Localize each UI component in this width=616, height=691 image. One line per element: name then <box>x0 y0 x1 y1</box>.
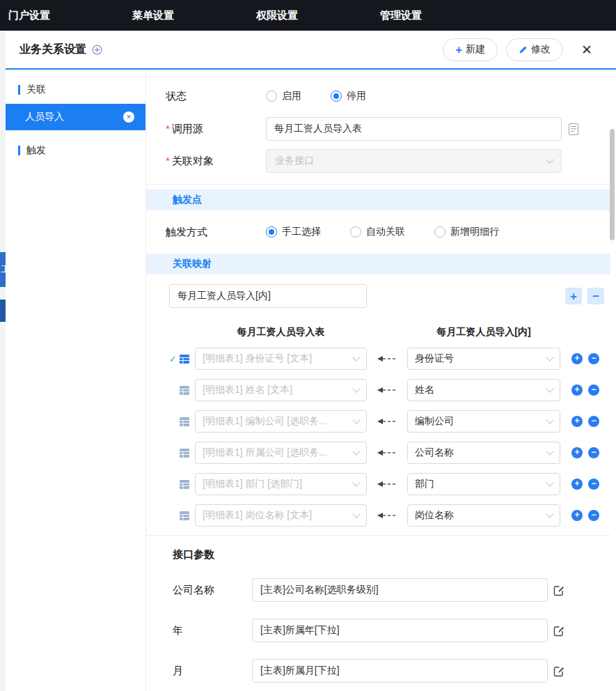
edit-icon[interactable] <box>553 625 565 637</box>
remove-row-button[interactable]: − <box>588 510 599 521</box>
mapping-section-header: 关联映射 <box>146 254 610 274</box>
chevron-down-icon <box>546 155 553 163</box>
add-row-button[interactable]: + <box>571 416 583 427</box>
param-label: 月 <box>146 665 252 678</box>
target-field-select[interactable]: 编制公司 <box>407 410 560 433</box>
related-object-label: *关联对象 <box>146 155 266 168</box>
link-circle-icon[interactable] <box>92 45 102 55</box>
radio-circle-icon <box>350 226 361 238</box>
new-button-label: 新建 <box>466 43 485 56</box>
chevron-down-icon <box>546 479 553 486</box>
radio-label: 自动关联 <box>366 226 405 238</box>
pencil-icon <box>519 45 528 54</box>
add-row-button[interactable]: + <box>571 447 583 458</box>
radio-enable[interactable]: 启用 <box>266 90 301 102</box>
source-column-header: 每月工资人员导入表 <box>195 326 367 339</box>
source-field-select[interactable]: [明细表1] 部门 [选部门] <box>195 473 367 495</box>
tab-menu-settings[interactable]: 菜单设置 <box>124 9 248 22</box>
call-source-input[interactable] <box>266 117 562 141</box>
sidebar-item-trigger[interactable]: 触发 <box>6 140 145 161</box>
remove-row-button[interactable]: − <box>588 447 599 458</box>
document-icon[interactable] <box>569 123 578 135</box>
chevron-down-icon <box>352 510 360 518</box>
radio-label: 启用 <box>282 90 301 102</box>
chevron-down-icon <box>352 447 360 455</box>
source-field-select[interactable]: [明细表1] 身份证号 [文本] <box>195 348 367 370</box>
sidebar-item-personnel-import[interactable]: 人员导入 ✕ <box>6 104 145 130</box>
chevron-down-icon <box>546 510 553 518</box>
panel-header: 业务关系设置 + 新建 修改 ✕ <box>6 31 616 70</box>
radio-circle-icon <box>434 226 445 238</box>
param-label: 年 <box>146 624 252 637</box>
modify-button[interactable]: 修改 <box>506 38 563 61</box>
source-field-select[interactable]: [明细表1] 岗位名称 [文本] <box>195 504 367 527</box>
table-grid-icon <box>180 511 189 520</box>
chevron-down-icon <box>352 416 360 424</box>
target-field-select[interactable]: 部门 <box>407 473 560 495</box>
params-section-header: 接口参数 <box>146 548 616 561</box>
arrow-left-icon <box>367 418 407 425</box>
radio-auto-relate[interactable]: 自动关联 <box>350 226 405 238</box>
source-field-select[interactable]: [明细表1] 所属公司 [选职务... <box>195 442 367 464</box>
source-field-select[interactable]: [明细表1] 姓名 [文本] <box>195 379 367 401</box>
table-grid-icon <box>180 386 189 395</box>
sidebar-item-relation[interactable]: 关联 <box>6 79 145 100</box>
edit-icon[interactable] <box>553 584 565 596</box>
chevron-down-icon <box>352 353 360 361</box>
mapping-name-input[interactable] <box>169 284 367 308</box>
remove-row-button[interactable]: − <box>588 416 599 427</box>
radio-circle-icon <box>266 226 277 238</box>
target-field-select[interactable]: 公司名称 <box>407 442 560 464</box>
chevron-down-icon <box>546 416 553 424</box>
required-asterisk: * <box>166 123 170 134</box>
remove-row-button[interactable]: − <box>588 353 599 364</box>
related-object-select[interactable]: 业务接口 <box>266 149 562 173</box>
remove-row-button[interactable]: − <box>588 479 599 490</box>
close-icon[interactable]: ✕ <box>581 42 592 58</box>
radio-disable[interactable]: 停用 <box>331 90 366 102</box>
param-row: 月 <box>146 659 616 683</box>
radio-manual-select[interactable]: 手工选择 <box>266 226 321 238</box>
plus-icon: + <box>455 44 462 56</box>
blue-bar-icon <box>18 85 20 95</box>
radio-new-detail-row[interactable]: 新增明细行 <box>434 226 499 238</box>
source-field-select[interactable]: [明细表1] 编制公司 [选职务... <box>195 410 367 433</box>
screen: 门户设置 菜单设置 权限设置 管理设置 工 业务关系设置 + 新建 修 <box>0 0 616 691</box>
add-row-button[interactable]: + <box>571 353 583 364</box>
target-field-select[interactable]: 岗位名称 <box>407 504 560 527</box>
tab-portal-settings[interactable]: 门户设置 <box>0 9 124 22</box>
param-month-input[interactable] <box>252 659 548 683</box>
target-field-select[interactable]: 身份证号 <box>407 348 560 370</box>
modify-button-label: 修改 <box>531 43 551 56</box>
add-row-button[interactable]: + <box>571 510 583 521</box>
radio-label: 停用 <box>347 90 366 102</box>
param-year-input[interactable] <box>252 619 548 642</box>
chevron-down-icon <box>546 353 553 361</box>
trigger-section-header: 触发点 <box>146 189 610 210</box>
related-object-value: 业务接口 <box>275 155 314 167</box>
add-row-button[interactable]: + <box>571 479 583 490</box>
add-row-button[interactable]: + <box>571 385 583 396</box>
remove-mapping-button[interactable]: − <box>587 288 604 304</box>
sidebar-item-label: 人员导入 <box>25 111 64 123</box>
target-field-select[interactable]: 姓名 <box>407 379 560 401</box>
mapping-row: [明细表1] 所属公司 [选职务... 公司名称 + − <box>146 442 616 464</box>
remove-circle-icon[interactable]: ✕ <box>123 111 134 123</box>
divider <box>146 184 610 185</box>
arrow-left-icon <box>367 387 407 394</box>
chevron-down-icon <box>352 385 360 392</box>
param-row: 公司名称 <box>146 578 616 602</box>
new-button[interactable]: + 新建 <box>443 38 498 61</box>
add-mapping-button[interactable]: + <box>565 288 582 304</box>
blue-bar-icon <box>18 146 20 155</box>
tab-management-settings[interactable]: 管理设置 <box>372 9 496 22</box>
chevron-down-icon <box>546 447 553 455</box>
param-company-input[interactable] <box>252 578 548 602</box>
divider <box>146 535 610 536</box>
param-row: 年 <box>146 619 616 642</box>
tab-permission-settings[interactable]: 权限设置 <box>248 9 372 22</box>
sidebar: 关联 人员导入 ✕ 触发 <box>6 71 146 691</box>
remove-row-button[interactable]: − <box>588 385 599 396</box>
edit-icon[interactable] <box>553 665 565 677</box>
scrollbar-thumb[interactable] <box>610 129 615 240</box>
